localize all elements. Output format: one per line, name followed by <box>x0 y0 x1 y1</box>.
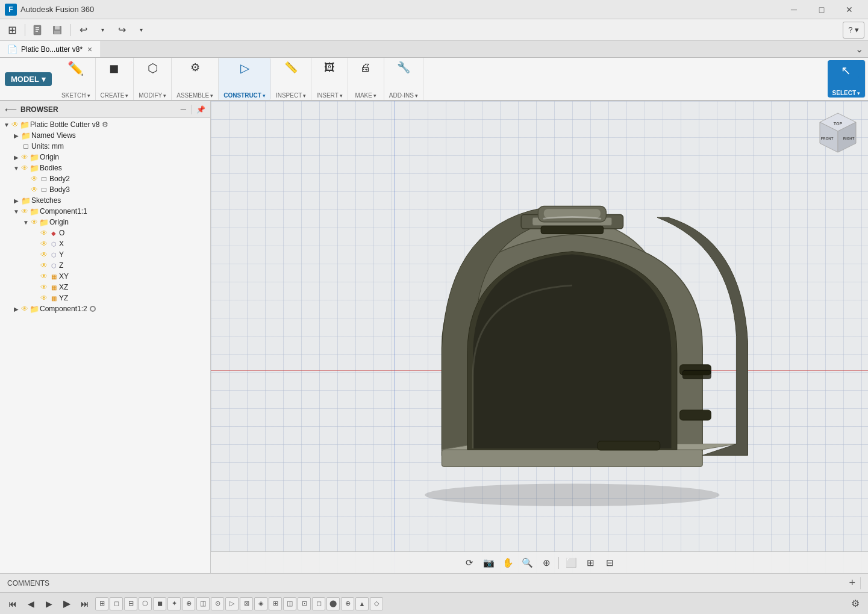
inspect-main-button[interactable]: 📏 <box>278 60 304 75</box>
eye-origin-comp[interactable]: 👁 <box>31 218 38 226</box>
maximize-button[interactable]: □ <box>808 0 835 19</box>
display-mode-button[interactable]: ⬜ <box>563 554 579 571</box>
tree-item-xy[interactable]: 👁 ▦ XY <box>0 271 210 282</box>
tree-item-origin-comp[interactable]: ▼ 👁 📁 Origin <box>0 217 210 228</box>
pan-button[interactable]: ✋ <box>499 554 516 571</box>
timeline-play-button[interactable]: ▶ <box>59 596 75 612</box>
assemble-main-button[interactable]: ⚙ <box>183 60 208 75</box>
grid-button[interactable]: ⊞ <box>582 554 599 571</box>
timeline-settings-button[interactable]: ⚙ <box>848 596 863 612</box>
tree-item-component1-1[interactable]: ▼ 👁 📁 Component1:1 <box>0 206 210 217</box>
eye-component1-2[interactable]: 👁 <box>21 305 28 313</box>
tl-icon-16[interactable]: ◻ <box>312 597 325 610</box>
browser-pin-button[interactable]: 📌 <box>196 105 205 114</box>
tl-icon-13[interactable]: ⊞ <box>269 597 282 610</box>
tl-icon-7[interactable]: ⊕ <box>182 597 195 610</box>
redo-button[interactable]: ↪ <box>113 22 130 39</box>
zoom-button[interactable]: 🔍 <box>519 554 535 571</box>
tl-icon-15[interactable]: ⊡ <box>298 597 311 610</box>
tree-item-named-views[interactable]: ▶ 📁 Named Views <box>0 130 210 141</box>
tree-item-component1-2[interactable]: ▶ 👁 📁 Component1:2 <box>0 303 210 314</box>
tree-item-xz[interactable]: 👁 ▦ XZ <box>0 282 210 293</box>
tl-icon-20[interactable]: ◇ <box>370 597 383 610</box>
expand-named-views[interactable]: ▶ <box>12 131 20 140</box>
addins-main-button[interactable]: 🔧 <box>391 60 416 75</box>
tl-icon-4[interactable]: ⬡ <box>139 597 152 610</box>
expand-bodies[interactable]: ▼ <box>12 164 20 172</box>
tree-item-y[interactable]: 👁 ⬡ Y <box>0 249 210 260</box>
undo-arrow-button[interactable]: ▾ <box>94 22 111 39</box>
eye-bodies[interactable]: 👁 <box>21 164 28 172</box>
settings-root[interactable]: ⚙ <box>102 120 108 129</box>
help-button[interactable]: ? ▾ <box>843 22 864 39</box>
tl-icon-12[interactable]: ◈ <box>254 597 267 610</box>
eye-origin[interactable]: 👁 <box>21 153 28 161</box>
timeline-prev-button[interactable]: ◀ <box>23 596 39 612</box>
undo-button[interactable]: ↩ <box>75 22 92 39</box>
tree-item-origin[interactable]: ▶ 👁 📁 Origin <box>0 152 210 163</box>
expand-root[interactable]: ▼ <box>2 120 11 129</box>
eye-body2[interactable]: 👁 <box>31 175 38 183</box>
tree-item-bodies[interactable]: ▼ 👁 📁 Bodies <box>0 163 210 173</box>
model-button[interactable]: MODEL ▾ <box>5 72 52 86</box>
expand-origin[interactable]: ▶ <box>12 153 20 161</box>
timeline-end-button[interactable]: ⏭ <box>77 596 93 612</box>
redo-arrow-button[interactable]: ▾ <box>133 22 149 39</box>
comments-add-button[interactable]: + <box>849 577 855 589</box>
save-button[interactable] <box>49 22 66 39</box>
tl-icon-6[interactable]: ✦ <box>167 597 181 610</box>
tl-icon-11[interactable]: ⊠ <box>240 597 253 610</box>
tl-icon-9[interactable]: ⊙ <box>211 597 224 610</box>
make-main-button[interactable]: 🖨 <box>353 60 378 75</box>
eye-root[interactable]: 👁 <box>11 120 19 129</box>
tab-close-button[interactable]: × <box>86 45 93 54</box>
fit-button[interactable]: ⊕ <box>538 554 555 571</box>
tl-icon-1[interactable]: ⊞ <box>95 597 108 610</box>
tree-item-x[interactable]: 👁 ⬡ X <box>0 238 210 249</box>
tl-icon-8[interactable]: ◫ <box>196 597 210 610</box>
expand-component1-2[interactable]: ▶ <box>12 305 20 313</box>
timeline-rewind-button[interactable]: ⏮ <box>5 596 20 612</box>
create-main-button[interactable]: ◼ <box>102 60 127 76</box>
select-main-button[interactable]: ↖ <box>834 63 859 78</box>
expand-tabs-button[interactable]: ⌄ <box>851 41 868 57</box>
insert-main-button[interactable]: 🖼 <box>317 60 342 75</box>
tree-item-z[interactable]: 👁 ⬡ Z <box>0 260 210 271</box>
look-at-button[interactable]: 📷 <box>480 554 497 571</box>
grid-button[interactable]: ⊞ <box>4 22 20 39</box>
tree-item-root[interactable]: ▼ 👁 📁 Platic Bottle Cutter v8 ⚙ <box>0 119 210 130</box>
close-button[interactable]: ✕ <box>835 0 863 19</box>
tl-icon-10[interactable]: ▷ <box>225 597 239 610</box>
sketch-main-button[interactable]: ✏️ <box>63 60 89 77</box>
construct-main-button[interactable]: ▷ <box>232 60 257 76</box>
minimize-button[interactable]: ─ <box>780 0 808 19</box>
active-tab[interactable]: 📄 Platic Bo...utter v8* × <box>0 41 101 57</box>
orbit-button[interactable]: ⟳ <box>461 554 478 571</box>
tl-icon-3[interactable]: ⊟ <box>124 597 137 610</box>
tree-item-o[interactable]: 👁 ◆ O <box>0 228 210 238</box>
tree-item-units[interactable]: □ Units: mm <box>0 141 210 152</box>
eye-xz[interactable]: 👁 <box>40 283 48 291</box>
eye-yz[interactable]: 👁 <box>40 294 48 302</box>
tree-item-body2[interactable]: 👁 □ Body2 <box>0 173 210 184</box>
tl-icon-18[interactable]: ⊕ <box>341 597 354 610</box>
timeline-next-button[interactable]: ▶ <box>41 596 57 612</box>
eye-x[interactable]: 👁 <box>40 240 48 248</box>
tree-item-body3[interactable]: 👁 □ Body3 <box>0 184 210 195</box>
eye-z[interactable]: 👁 <box>40 261 48 270</box>
tl-icon-5[interactable]: ◼ <box>153 597 166 610</box>
browser-collapse-button[interactable]: ─ <box>181 105 186 114</box>
tree-item-yz[interactable]: 👁 ▦ YZ <box>0 293 210 303</box>
eye-component1-1[interactable]: 👁 <box>21 207 28 216</box>
tree-item-sketches[interactable]: ▶ 📁 Sketches <box>0 195 210 206</box>
modify-main-button[interactable]: ⬡ <box>140 60 165 76</box>
display-settings-button[interactable]: ⊟ <box>601 554 618 571</box>
eye-o[interactable]: 👁 <box>40 229 48 237</box>
browser-back-button[interactable]: ⟵ <box>5 105 17 114</box>
expand-origin-comp[interactable]: ▼ <box>22 218 30 226</box>
expand-sketches[interactable]: ▶ <box>12 196 20 205</box>
eye-body3[interactable]: 👁 <box>31 185 38 194</box>
new-button[interactable] <box>30 22 46 39</box>
tl-icon-14[interactable]: ◫ <box>283 597 296 610</box>
tl-icon-19[interactable]: ▲ <box>355 597 369 610</box>
